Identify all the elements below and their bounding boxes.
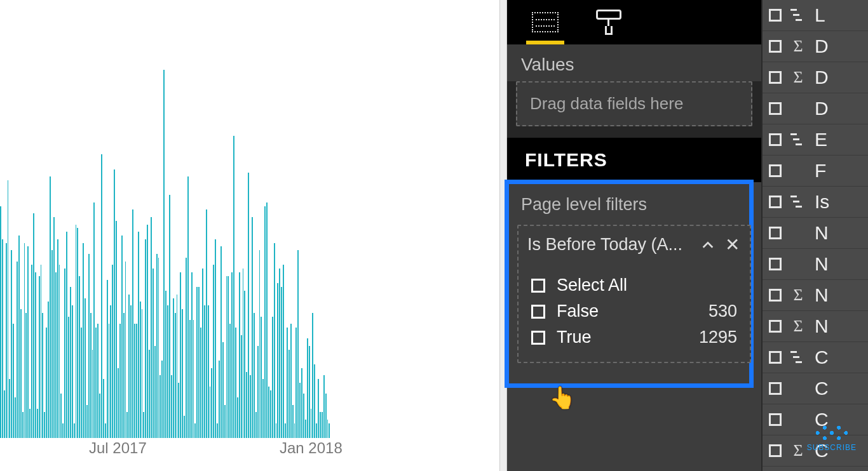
chart-bar <box>270 390 271 438</box>
chart-bar <box>4 390 5 438</box>
chart-bar <box>211 368 212 438</box>
chart-bar <box>314 364 315 438</box>
chart-bar <box>156 254 158 438</box>
checkbox-icon[interactable] <box>769 320 782 333</box>
chart-bar <box>33 213 34 438</box>
checkbox-icon[interactable] <box>769 413 782 426</box>
chart-bar <box>95 328 97 438</box>
checkbox-icon[interactable] <box>769 196 782 208</box>
column-chart[interactable]: Jul 2017 Jan 2018 <box>0 0 483 471</box>
chart-bar <box>161 361 163 438</box>
chart-bar <box>110 305 111 438</box>
field-label: D <box>815 36 829 57</box>
checkbox-icon[interactable] <box>769 9 782 22</box>
checkbox-icon[interactable] <box>769 102 782 115</box>
chart-bar <box>198 287 200 438</box>
chart-bar <box>186 258 187 438</box>
filter-option-true[interactable]: True 1295 <box>530 324 738 350</box>
chart-bar <box>222 342 224 438</box>
clear-filter-button[interactable]: ✕ <box>723 236 741 254</box>
filter-option-select-all[interactable]: Select All <box>530 272 738 298</box>
checkbox-icon[interactable] <box>769 227 782 239</box>
field-row[interactable]: ΣD <box>763 31 868 62</box>
tab-fields[interactable] <box>526 6 564 44</box>
field-row[interactable]: ΣN <box>763 280 868 311</box>
watermark-label: SUBSCRIBE <box>807 443 857 452</box>
checkbox-icon[interactable] <box>531 331 545 345</box>
chart-bar <box>248 173 249 438</box>
checkbox-icon[interactable] <box>769 133 782 146</box>
chart-bar <box>316 423 317 438</box>
checkbox-icon[interactable] <box>769 444 782 457</box>
chart-bar <box>250 375 251 438</box>
cursor-hand-icon: 👆 <box>549 385 576 410</box>
chart-bar <box>92 350 93 438</box>
filter-option-false[interactable]: False 530 <box>530 298 738 324</box>
chart-bar <box>103 379 104 438</box>
paint-roller-icon <box>596 10 621 35</box>
field-row[interactable]: C <box>763 342 868 373</box>
chart-bar <box>292 405 294 438</box>
chart-bar <box>182 309 183 438</box>
filter-card-title: Is Before Today (A... <box>527 235 693 255</box>
field-row[interactable]: D <box>763 93 868 124</box>
filter-card-is-before-today[interactable]: Is Before Today (A... ✕ Select All False <box>517 225 751 363</box>
chart-bar <box>154 346 156 438</box>
chart-bar <box>189 320 191 438</box>
field-label: C <box>815 378 829 399</box>
chart-x-axis: Jul 2017 Jan 2018 <box>0 439 343 465</box>
chart-bar <box>274 243 275 438</box>
chart-bar <box>50 176 51 438</box>
chart-bar <box>244 291 245 438</box>
field-row[interactable]: N <box>763 218 868 249</box>
values-drop-well[interactable]: Drag data fields here <box>516 81 752 126</box>
blank-icon <box>789 225 807 241</box>
report-canvas[interactable]: Jul 2017 Jan 2018 <box>0 0 499 471</box>
checkbox-icon[interactable] <box>531 279 545 293</box>
visualizations-panel: Values Drag data fields here FILTERS Pag… <box>507 0 761 471</box>
field-row[interactable]: N <box>763 249 868 280</box>
chart-bar <box>97 324 98 438</box>
chart-bar <box>86 405 88 438</box>
chart-bar <box>287 328 288 438</box>
chart-bar <box>323 375 325 438</box>
sigma-icon: Σ <box>789 39 807 54</box>
chart-bar <box>241 335 242 438</box>
checkbox-icon[interactable] <box>769 382 782 395</box>
sigma-icon: Σ <box>789 70 807 85</box>
hierarchy-icon <box>789 8 807 23</box>
checkbox-icon[interactable] <box>769 164 782 177</box>
field-row[interactable]: F <box>763 156 868 187</box>
tab-format[interactable] <box>590 6 628 44</box>
chart-bar <box>11 250 12 438</box>
field-row[interactable]: C <box>763 373 868 404</box>
chart-bar <box>53 217 55 438</box>
chart-bar <box>311 409 312 438</box>
checkbox-icon[interactable] <box>769 351 782 364</box>
field-label: N <box>815 284 829 306</box>
chart-bar <box>130 305 132 438</box>
field-row[interactable]: L <box>763 0 868 31</box>
chart-bar <box>107 280 108 438</box>
chart-bar <box>55 272 57 438</box>
chart-bar <box>140 302 141 438</box>
checkbox-icon[interactable] <box>531 305 545 319</box>
field-row[interactable]: ΣD <box>763 62 868 93</box>
checkbox-icon[interactable] <box>769 40 782 53</box>
chart-bar <box>213 265 214 438</box>
chart-bar <box>126 412 128 438</box>
chart-bar <box>309 346 310 438</box>
checkbox-icon[interactable] <box>769 71 782 84</box>
chart-bar <box>39 276 40 438</box>
checkbox-icon[interactable] <box>769 258 782 270</box>
chart-bar <box>42 313 43 438</box>
chart-bar <box>237 397 238 438</box>
chart-bar <box>281 287 282 438</box>
field-row[interactable]: Is <box>763 187 868 218</box>
collapse-button[interactable] <box>699 236 717 254</box>
field-row[interactable]: E <box>763 124 868 156</box>
chart-bar <box>184 416 185 438</box>
field-row[interactable]: ΣN <box>763 311 868 342</box>
checkbox-icon[interactable] <box>769 289 782 302</box>
chart-bar <box>191 272 193 438</box>
